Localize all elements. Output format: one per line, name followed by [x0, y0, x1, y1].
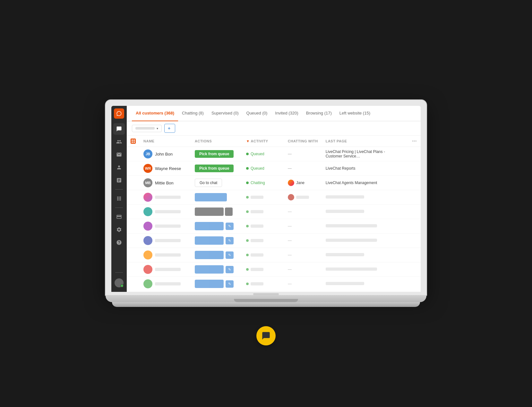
sidebar-item-billing[interactable]	[113, 211, 125, 223]
action-button-blue[interactable]	[195, 280, 224, 288]
sidebar-divider	[115, 189, 123, 190]
th-grid	[127, 136, 140, 147]
sidebar	[111, 106, 127, 292]
last-page-text: LiveChat Agents Management	[326, 181, 377, 185]
action-button-blue[interactable]	[195, 222, 224, 230]
tab-queued[interactable]: Queued (0)	[243, 106, 271, 121]
sidebar-divider-2	[115, 208, 123, 208]
row-checkbox	[127, 161, 140, 176]
table-row: ✎ —	[127, 291, 421, 292]
more-options-icon[interactable]: ···	[412, 138, 417, 144]
customer-name-cell	[140, 233, 191, 248]
svg-rect-2	[132, 141, 133, 143]
edit-button[interactable]: ✎	[226, 223, 234, 230]
customer-name-blurred	[155, 282, 181, 285]
activity-dot	[246, 268, 249, 271]
row-menu	[408, 277, 421, 291]
last-page-cell	[322, 190, 400, 205]
agent-name: Jane	[296, 181, 305, 185]
sidebar-item-team[interactable]	[113, 162, 125, 173]
sidebar-bottom-divider	[115, 272, 123, 273]
table-row	[127, 190, 421, 205]
activity-cell	[242, 205, 284, 219]
row-checkbox	[127, 262, 140, 277]
customer-name-cell	[140, 248, 191, 262]
activity-status: Queued	[251, 152, 264, 156]
activity-cell: Chatting	[242, 176, 284, 190]
billing-icon	[116, 214, 122, 220]
row-checkbox	[127, 291, 140, 292]
last-page-cell	[322, 291, 400, 292]
avatar: WR	[143, 164, 152, 173]
action-button-blue[interactable]	[195, 251, 224, 259]
action-cell: ✎	[191, 262, 242, 277]
sidebar-item-chat[interactable]	[113, 123, 125, 135]
grid-view-icon[interactable]	[131, 139, 136, 144]
tab-chatting[interactable]: Chatting (8)	[178, 106, 208, 121]
last-page-blurred	[326, 253, 364, 256]
sidebar-item-apps[interactable]	[113, 193, 125, 204]
last-page-cell	[322, 205, 400, 219]
row-checkbox	[127, 219, 140, 233]
logo-button[interactable]	[114, 108, 124, 119]
table-row: WR Wayne Reese Pick from queue	[127, 161, 421, 176]
agent-name-blurred	[296, 196, 309, 199]
filter-dropdown[interactable]: ▾	[132, 125, 162, 132]
sidebar-item-settings[interactable]	[113, 224, 125, 235]
add-filter-button[interactable]: +	[164, 124, 175, 133]
chatting-with-cell: —	[284, 161, 322, 176]
th-more[interactable]: ···	[408, 136, 421, 147]
tab-left-website[interactable]: Left website (15)	[336, 106, 374, 121]
sidebar-item-reports[interactable]	[113, 174, 125, 186]
tab-supervised[interactable]: Supervised (0)	[208, 106, 243, 121]
edit-button[interactable]: ✎	[226, 237, 234, 244]
action-cell: ✎	[191, 277, 242, 291]
tab-all-customers[interactable]: All customers (368)	[132, 106, 178, 121]
pick-from-queue-button[interactable]: Pick from queue	[195, 165, 234, 172]
row-menu	[408, 291, 421, 292]
row-extra	[400, 176, 408, 190]
action-button-blue[interactable]	[195, 265, 224, 274]
row-extra	[400, 219, 408, 233]
chatting-with-cell	[284, 190, 322, 205]
agent-avatar	[288, 180, 294, 186]
filter-value	[135, 127, 155, 130]
row-checkbox	[127, 176, 140, 190]
sidebar-item-tickets[interactable]	[113, 149, 125, 160]
sidebar-item-customers[interactable]	[113, 136, 125, 148]
customers-icon	[116, 139, 122, 145]
team-icon	[116, 165, 122, 170]
chevron-down-icon: ▾	[157, 127, 158, 130]
action-button-secondary[interactable]	[225, 208, 233, 216]
sidebar-item-status[interactable]	[113, 277, 125, 289]
th-name[interactable]: NAME	[140, 136, 191, 147]
action-button-blue[interactable]	[195, 236, 224, 245]
customer-name: Wayne Reese	[155, 166, 181, 171]
action-button[interactable]	[195, 193, 227, 201]
action-cell: Go to chat	[191, 176, 242, 190]
dash: —	[288, 267, 292, 272]
pick-from-queue-button[interactable]: Pick from queue	[195, 150, 234, 158]
chat-bubble-button[interactable]	[256, 326, 276, 345]
table-row: —	[127, 205, 421, 219]
chatting-with-cell: —	[284, 291, 322, 292]
edit-button[interactable]: ✎	[226, 266, 234, 273]
tab-invited[interactable]: Invited (320)	[271, 106, 302, 121]
tab-browsing[interactable]: Browsing (17)	[302, 106, 336, 121]
laptop-shadow	[112, 302, 420, 307]
user-avatar[interactable]	[115, 278, 124, 287]
table-row: ✎ —	[127, 277, 421, 291]
activity-dot	[246, 182, 249, 184]
chatting-with-cell: —	[284, 147, 322, 161]
sidebar-item-help[interactable]	[113, 237, 125, 248]
customer-name-cell: MB Mittie Bon	[140, 176, 191, 190]
edit-button[interactable]: ✎	[226, 280, 234, 288]
svg-rect-1	[133, 140, 135, 141]
th-activity[interactable]: ▼ ACTIVITY	[242, 136, 284, 147]
go-to-chat-button[interactable]: Go to chat	[195, 179, 222, 187]
action-button-dark[interactable]	[195, 208, 224, 216]
activity-cell	[242, 219, 284, 233]
avatar	[143, 222, 152, 231]
edit-button[interactable]: ✎	[226, 251, 234, 259]
row-extra	[400, 147, 408, 161]
